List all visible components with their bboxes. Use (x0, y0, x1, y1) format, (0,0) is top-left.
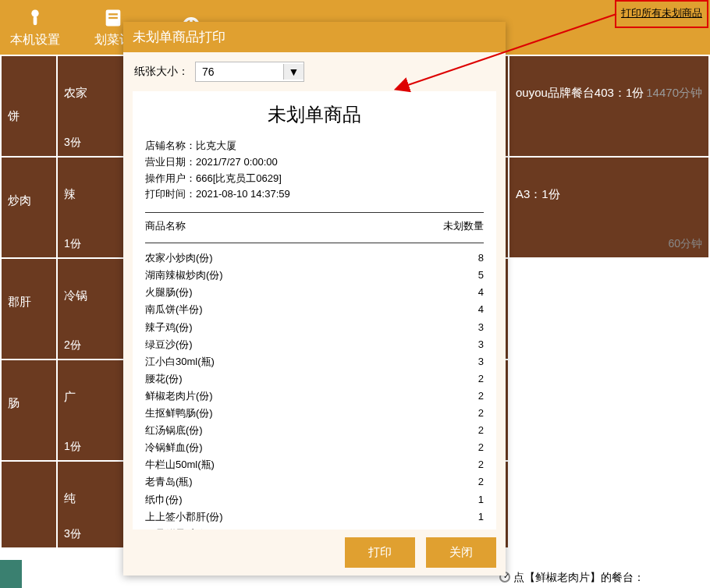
dish-tile[interactable] (2, 462, 56, 547)
dish-tile[interactable]: 饼 (2, 56, 56, 156)
receipt-item: 湖南辣椒炒肉(份)5 (145, 267, 484, 284)
paper-size-label: 纸张大小： (134, 65, 189, 79)
bottom-hint: ✓ 点【鲜椒老肉片】的餐台： (499, 570, 644, 585)
svg-point-0 (31, 9, 38, 16)
print-dialog: 未划单商品打印 纸张大小： 76 ▼ 未划单商品 店铺名称：比克大厦 营业日期：… (123, 22, 506, 576)
dish-tile[interactable]: 辣 1份 (58, 158, 124, 257)
svg-rect-1 (34, 16, 37, 25)
dish-tile[interactable]: 农家 3份 (58, 56, 124, 156)
paper-size-select[interactable]: 76 ▼ (195, 62, 304, 82)
close-button[interactable]: 关闭 (426, 537, 496, 568)
receipt-item: 绿豆沙(份)3 (145, 336, 484, 353)
chevron-down-icon: ▼ (283, 64, 304, 80)
receipt-item: 纸巾(份)1 (145, 491, 484, 508)
dish-tile[interactable]: 广 1份 (58, 360, 124, 460)
dialog-buttons: 打印 关闭 (123, 530, 506, 576)
dialog-title: 未划单商品打印 (123, 22, 506, 52)
dish-tile[interactable]: 肠 (2, 360, 56, 460)
receipt-item: 生抠鲜鸭肠(份)2 (145, 405, 484, 422)
receipt-table-header: 商品名称 未划数量 (145, 219, 484, 233)
print-button[interactable]: 打印 (345, 537, 415, 568)
nav-label: 本机设置 (10, 32, 60, 48)
receipt-item: 江小白30ml(瓶)3 (145, 353, 484, 370)
receipt-preview[interactable]: 未划单商品 店铺名称：比克大厦 营业日期：2021/7/27 0:00:00 操… (133, 91, 496, 530)
dish-tile[interactable]: 冷锅 2份 (58, 259, 124, 359)
receipt-item: 南瓜饼(半份)4 (145, 301, 484, 318)
svg-rect-4 (108, 16, 118, 18)
dish-tile[interactable]: 炒肉 (2, 158, 56, 257)
receipt-items: 农家小炒肉(份)8湖南辣椒炒肉(份)5火腿肠(份)4南瓜饼(半份)4辣子鸡(份)… (145, 250, 484, 530)
receipt-item: 红汤锅底(份)2 (145, 422, 484, 439)
svg-rect-3 (108, 13, 118, 15)
receipt-meta: 店铺名称：比克大厦 营业日期：2021/7/27 0:00:00 操作用户：66… (145, 138, 484, 203)
receipt-item: 老青岛(瓶)2 (145, 473, 484, 491)
receipt-item: 上上签小郡肝(份)1 (145, 508, 484, 526)
dish-tile[interactable]: ouyou品牌餐台403：1份14470分钟 (509, 56, 708, 156)
receipt-item: 牛栏山50ml(瓶)2 (145, 456, 484, 473)
nav-local-settings[interactable]: 本机设置 (8, 7, 62, 48)
dish-tile[interactable]: 郡肝 (2, 259, 56, 359)
receipt-item: 鲜椒老肉片(份)2 (145, 388, 484, 405)
dish-tile[interactable]: 纯 3份 (58, 462, 124, 547)
receipt-item: 火腿肠(份)4 (145, 284, 484, 301)
dialog-controls: 纸张大小： 76 ▼ (123, 52, 506, 91)
list-icon (102, 7, 124, 29)
receipt-item: 腰花(份)2 (145, 370, 484, 388)
receipt-item: 辣子鸡(份)3 (145, 319, 484, 336)
receipt-item: 无骨鲜凤爪(份)1 (145, 526, 484, 530)
bottom-panel (0, 560, 22, 588)
wrench-icon (24, 7, 46, 29)
print-all-button[interactable]: 打印所有未划商品 (621, 6, 702, 20)
receipt-title: 未划单商品 (145, 102, 484, 127)
receipt-item: 农家小炒肉(份)8 (145, 250, 484, 267)
receipt-item: 冷锅鲜血(份)2 (145, 439, 484, 456)
dish-tile[interactable]: A3：1份 60分钟 (509, 158, 708, 257)
